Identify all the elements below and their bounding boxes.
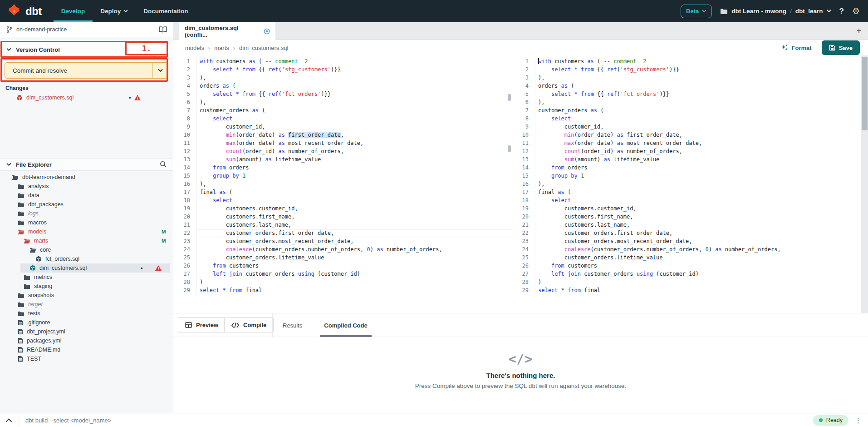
search-icon[interactable] [160, 161, 167, 168]
code-line[interactable]: 20 customers.first_name, [512, 213, 861, 221]
code-line[interactable]: 24 coalesce(customer_orders.number_of_or… [512, 245, 861, 253]
code-line[interactable]: 19 customers.customer_id, [512, 204, 861, 213]
project-switcher[interactable]: dbt Learn - mwong / dbt_learn [720, 8, 831, 15]
code-line[interactable]: 4orders as ( [173, 82, 512, 90]
code-line[interactable]: 12 count(order_id) as number_of_orders, [173, 147, 512, 155]
code-line[interactable]: 23 customer_orders.most_recent_order_dat… [173, 237, 512, 245]
code-line[interactable]: 6), [512, 98, 861, 106]
tab-compiled-code[interactable]: Compiled Code [320, 313, 371, 337]
tree-item-data[interactable]: data [0, 191, 173, 200]
help-icon[interactable]: ? [839, 7, 844, 16]
breadcrumb-item[interactable]: dim_customers.sql [239, 45, 288, 51]
code-line[interactable]: 26 from customers [512, 262, 861, 270]
tree-item-test[interactable]: TEST [0, 354, 173, 363]
code-line[interactable]: 18 select [512, 196, 861, 204]
nav-item-develop[interactable]: Develop [54, 0, 93, 22]
code-line[interactable]: 6), [173, 98, 512, 106]
code-line[interactable]: 14 from orders [173, 164, 512, 172]
tree-item-dbt-project-yml[interactable]: dbt_project.yml [0, 327, 173, 336]
tree-item-fct-orders-sql[interactable]: fct_orders.sql [0, 254, 173, 263]
changed-file-row[interactable]: dim_customers.sql• [0, 93, 173, 102]
tree-item-packages-yml[interactable]: packages.yml [0, 336, 173, 345]
tree-item-dbt-learn-on-demand[interactable]: dbt-learn-on-demand [0, 173, 173, 182]
nav-item-deploy[interactable]: Deploy [93, 0, 136, 22]
code-line[interactable]: 10 min(order_date) as first_order_date, [173, 131, 512, 139]
nav-item-documentation[interactable]: Documentation [136, 0, 196, 22]
tree-item-dim-customers-sql[interactable]: dim_customers.sql• [0, 263, 173, 273]
tab-results[interactable]: Results [279, 313, 306, 337]
code-line[interactable]: 28) [173, 278, 512, 286]
file-explorer-header[interactable]: File Explorer [0, 158, 173, 171]
code-line[interactable]: 13 sum(amount) as lifetime_value [173, 155, 512, 164]
save-button[interactable]: Save [822, 40, 860, 55]
code-line[interactable]: 1with customers as ( -- comment 2 [173, 57, 512, 65]
code-line[interactable]: 12 count(order_id) as number_of_orders, [512, 147, 861, 155]
tree-item-target[interactable]: target [0, 300, 173, 309]
gear-icon[interactable]: ⚙ [852, 7, 860, 15]
code-line[interactable]: 15 group by 1 [512, 172, 861, 180]
code-line[interactable]: 25 customer_orders.lifetime_value [512, 253, 861, 262]
code-line[interactable]: 9 customer_id, [173, 123, 512, 131]
tree-item-dbt-packages[interactable]: dbt_packages [0, 200, 173, 209]
tree-item-snapshots[interactable]: snapshots [0, 291, 173, 300]
breadcrumb-item[interactable]: marts [214, 45, 229, 51]
left-pane-scrollbar-thumb[interactable] [508, 145, 511, 152]
code-line[interactable]: 4orders as ( [512, 82, 861, 90]
code-line[interactable]: 5 select * from {{ ref('fct_orders')}} [512, 90, 861, 98]
tree-item-models[interactable]: modelsM [0, 227, 173, 236]
code-line[interactable]: 21 customers.last_name, [173, 221, 512, 229]
tab-dim-customers[interactable]: dim_customers.sql (confli... [179, 22, 275, 40]
code-line[interactable]: 22 customer_orders.first_order_date, [512, 229, 861, 237]
code-line[interactable]: 7customer_orders as ( [173, 106, 512, 114]
code-line[interactable]: 17final as ( [173, 188, 512, 196]
code-line[interactable]: 27 left join customer_orders using (cust… [173, 270, 512, 278]
tree-item-macros[interactable]: macros [0, 218, 173, 227]
code-line[interactable]: 16), [173, 180, 512, 188]
code-line[interactable]: 2 select * from {{ ref('stg_customers')}… [173, 65, 512, 74]
tree-item-marts[interactable]: martsM [0, 236, 173, 245]
code-line[interactable]: 16), [512, 180, 861, 188]
code-line[interactable]: 2 select * from {{ ref('stg_customers')}… [512, 65, 861, 74]
tree-item-analysis[interactable]: analysis [0, 182, 173, 191]
code-line[interactable]: 8 select [173, 114, 512, 123]
code-line[interactable]: 15 group by 1 [173, 172, 512, 180]
code-line[interactable]: 28) [512, 278, 861, 286]
code-line[interactable]: 7customer_orders as ( [512, 106, 861, 114]
code-line[interactable]: 10 min(order_date) as first_order_date, [512, 131, 861, 139]
tree-item-core[interactable]: core [0, 245, 173, 254]
code-line[interactable]: 29select * from final [512, 286, 861, 294]
code-line[interactable]: 9 customer_id, [512, 123, 861, 131]
code-line[interactable]: 13 sum(amount) as lifetime_value [512, 155, 861, 164]
docs-book-icon[interactable] [159, 26, 167, 33]
code-line[interactable]: 18 select [173, 196, 512, 204]
code-line[interactable]: 14 from orders [512, 164, 861, 172]
tree-item-staging[interactable]: staging [0, 282, 173, 291]
compile-button[interactable]: Compile [224, 317, 274, 333]
tree-item-metrics[interactable]: metrics [0, 273, 173, 282]
code-pane-left[interactable]: 1with customers as ( -- comment 22 selec… [173, 55, 512, 313]
code-line[interactable]: 3), [173, 74, 512, 82]
tree-item-logs[interactable]: logs [0, 209, 173, 218]
code-line[interactable]: 21 customers.last_name, [512, 221, 861, 229]
tree-item-tests[interactable]: tests [0, 309, 173, 318]
code-line[interactable]: 19 customers.customer_id, [173, 204, 512, 213]
code-line[interactable]: 20 customers.first_name, [173, 213, 512, 221]
code-line[interactable]: 24 coalesce(customer_orders.number_of_or… [173, 245, 512, 253]
code-line[interactable]: 11 max(order_date) as most_recent_order_… [512, 139, 861, 147]
code-line[interactable]: 25 customer_orders.lifetime_value [173, 253, 512, 262]
new-tab-button[interactable]: + [854, 26, 863, 35]
code-line[interactable]: 23 customer_orders.most_recent_order_dat… [512, 237, 861, 245]
code-line[interactable]: 29select * from final [173, 286, 512, 294]
code-line[interactable]: 5 select * from {{ ref('fct_orders')}} [173, 90, 512, 98]
kebab-menu-icon[interactable]: ⋮ [855, 417, 862, 424]
command-input[interactable]: dbt build --select <model_name> [25, 417, 813, 424]
code-line[interactable]: 17final as ( [512, 188, 861, 196]
code-line[interactable]: 8 select [512, 114, 861, 123]
code-line[interactable]: 11 max(order_date) as most_recent_order_… [173, 139, 512, 147]
chevron-up-icon[interactable] [5, 418, 12, 422]
preview-button[interactable]: Preview [178, 317, 226, 333]
code-line[interactable]: 1with customers as ( -- comment 2 [512, 57, 861, 65]
code-line[interactable]: 22 customer_orders.first_order_date, [173, 229, 512, 237]
code-pane-right[interactable]: 1with customers as ( -- comment 22 selec… [512, 55, 861, 313]
dbt-logo[interactable]: dbt [0, 0, 54, 22]
